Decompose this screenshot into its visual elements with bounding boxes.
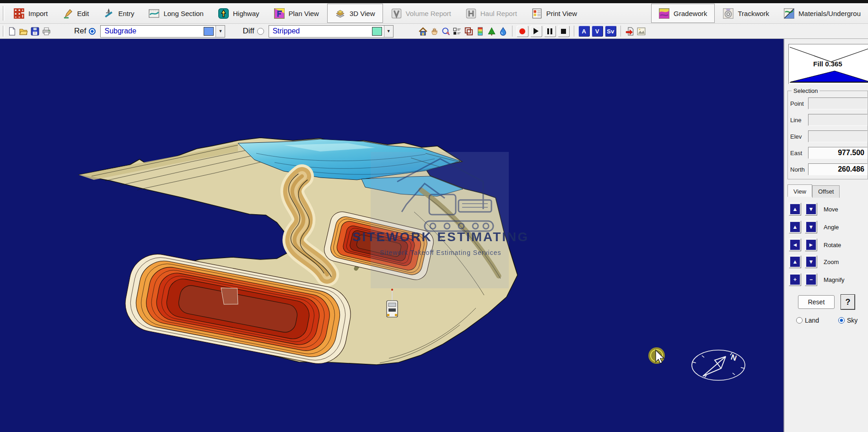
reference-surface-swatch [204, 27, 214, 36]
tree-icon[interactable] [487, 27, 496, 36]
3d-viewport[interactable]: SITEWORK ESTIMATING Sitework Takeoff Est… [0, 39, 783, 432]
selection-group-title: Selection [792, 87, 819, 94]
save-icon[interactable] [31, 27, 39, 36]
long-section-icon [149, 8, 159, 19]
selection-row-point: Point [788, 97, 868, 109]
magnify-minus-button[interactable]: − [805, 273, 817, 286]
zoom-in-button[interactable]: ▲ [789, 255, 801, 268]
reference-surface-combo[interactable]: Subgrade ▼ [100, 25, 225, 38]
arrow-up-icon: ▲ [790, 257, 800, 267]
pause-button[interactable] [544, 26, 556, 37]
diff-label: Diff [243, 27, 254, 36]
window-top-edge [0, 0, 868, 3]
land-label: Land [805, 317, 819, 324]
image-export-icon[interactable] [637, 27, 646, 36]
selection-row-elev: Elev [788, 130, 868, 142]
tab-view[interactable]: View [787, 184, 812, 197]
volume-report-icon [391, 8, 402, 19]
toolbar-item-gradework[interactable]: Gradework [651, 4, 715, 23]
angle-down-button[interactable]: ▼ [805, 221, 817, 233]
play-button[interactable] [530, 26, 542, 37]
chevron-down-icon: ▼ [387, 29, 391, 33]
watermark-subtitle: Sitework Takeoff Estimating Services [380, 249, 501, 256]
east-field[interactable]: 977.500 [808, 147, 868, 159]
toolbar-item-print-view[interactable]: Print View [524, 3, 584, 23]
toolbar-item-label: Import [28, 10, 48, 17]
toolbar-grip[interactable] [3, 6, 5, 21]
layer-toggle-icon[interactable] [453, 27, 462, 36]
line-field[interactable] [808, 114, 868, 126]
stop-button[interactable] [558, 26, 570, 37]
annotate-a-button[interactable]: A [578, 26, 590, 37]
zoom-out-button[interactable]: ▼ [805, 255, 817, 268]
diff-radio[interactable] [257, 28, 264, 35]
record-icon [519, 28, 525, 34]
toolbar-item-label: Long Section [163, 10, 204, 17]
angle-controls: ▲ ▼ Angle [789, 220, 839, 234]
3d-view-icon [335, 8, 345, 19]
trackwork-icon [723, 8, 733, 19]
tab-offset[interactable]: Offset [812, 185, 840, 198]
reset-button[interactable]: Reset [798, 295, 835, 309]
open-file-icon[interactable] [19, 27, 28, 36]
elev-field[interactable] [808, 130, 868, 142]
toolbar-item-edit[interactable]: Edit [55, 3, 97, 23]
terrain-3d-model[interactable]: SITEWORK ESTIMATING Sitework Takeoff Est… [0, 39, 783, 432]
reference-surface-dropdown[interactable]: ▼ [216, 26, 225, 37]
toolbar-item-materials-underground[interactable]: Materials/Undergrou [776, 3, 868, 23]
move-up-button[interactable]: ▲ [789, 203, 801, 216]
minus-icon: − [806, 275, 816, 285]
move-down-button[interactable]: ▼ [805, 203, 817, 216]
toolbar-item-highway[interactable]: Highway [211, 3, 267, 23]
angle-label: Angle [824, 224, 839, 231]
compass-indicator: N [692, 350, 745, 380]
rotate-label: Rotate [824, 242, 841, 248]
toolbar-item-3d-view[interactable]: 3D View [327, 4, 383, 23]
zoom-select-icon[interactable] [442, 27, 450, 36]
zoom-label: Zoom [824, 259, 839, 265]
view-offset-tabs: View Offset [787, 185, 840, 198]
arrow-up-icon: ▲ [790, 204, 800, 214]
point-field[interactable] [808, 97, 868, 109]
entry-cross-icon [103, 8, 114, 19]
toolbar-item-import[interactable]: Import [6, 3, 55, 23]
help-button[interactable]: ? [841, 295, 855, 309]
sky-radio[interactable] [838, 317, 845, 324]
diff-surface-dropdown[interactable]: ▼ [384, 26, 393, 37]
export-page-icon[interactable] [625, 27, 634, 36]
pan-hand-icon[interactable] [430, 27, 439, 36]
ref-radio[interactable] [89, 28, 96, 35]
north-field[interactable]: 260.486 [808, 163, 868, 175]
cut-fill-indicator: Fill 0.365 [788, 44, 868, 84]
water-drop-icon[interactable] [499, 27, 507, 36]
gradework-icon [659, 8, 669, 19]
new-file-icon[interactable] [8, 27, 16, 36]
diff-surface-combo[interactable]: Stripped ▼ [269, 25, 394, 38]
toolbar-item-long-section[interactable]: Long Section [141, 3, 211, 23]
toolbar-item-trackwork[interactable]: Trackwork [716, 3, 776, 23]
magnify-plus-button[interactable]: + [789, 273, 801, 286]
annotate-v-button[interactable]: V [592, 26, 603, 37]
record-button[interactable] [517, 26, 528, 37]
sky-radio-option[interactable]: Sky [838, 317, 857, 324]
toolbar-item-plan-view[interactable]: Plan View [267, 3, 326, 23]
diff-surface-swatch [372, 27, 382, 36]
color-scale-icon[interactable] [476, 27, 485, 36]
land-radio[interactable] [796, 317, 803, 324]
home-view-icon[interactable] [419, 27, 427, 36]
magnify-controls: + − Magnify [789, 273, 845, 286]
print-icon[interactable] [42, 27, 51, 36]
toolbar-item-entry[interactable]: Entry [96, 3, 141, 23]
land-radio-option[interactable]: Land [796, 317, 819, 324]
magnify-label: Magnify [824, 276, 845, 283]
print-view-icon [532, 8, 542, 19]
angle-up-button[interactable]: ▲ [789, 221, 801, 233]
watermark-title: SITEWORK ESTIMATING [352, 230, 529, 244]
toolbar-item-haul-report: Haul Report [458, 3, 524, 23]
toolbar-grip-2[interactable] [3, 26, 5, 37]
ref-label: Ref [74, 27, 86, 36]
rotate-right-button[interactable]: ► [805, 238, 817, 251]
annotate-sv-button[interactable]: Sv [605, 26, 616, 37]
rotate-left-button[interactable]: ◄ [789, 238, 801, 251]
overlay-areas-icon[interactable] [464, 27, 473, 36]
